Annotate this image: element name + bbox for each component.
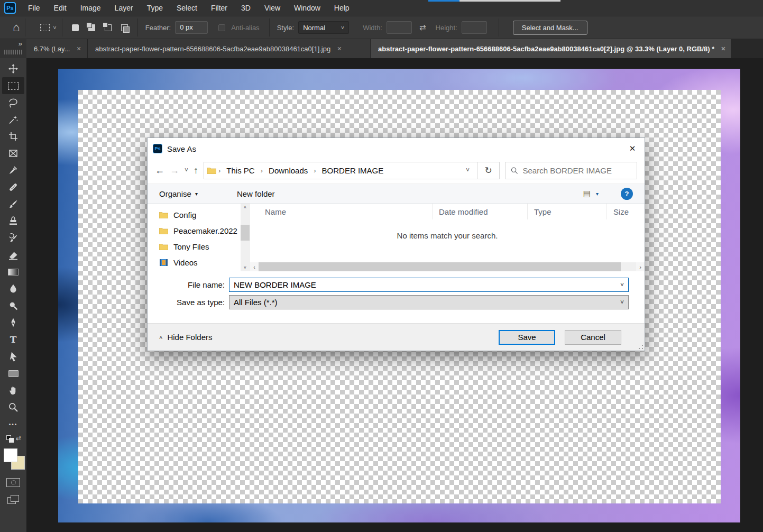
column-type[interactable]: Type bbox=[528, 204, 607, 219]
hand-tool[interactable] bbox=[2, 382, 24, 399]
nav-item-tony-files[interactable]: Tony Files bbox=[159, 239, 241, 254]
recent-locations-icon[interactable]: ˅ bbox=[185, 167, 188, 174]
intersect-selection-icon[interactable] bbox=[121, 24, 128, 31]
menu-layer[interactable]: Layer bbox=[108, 0, 140, 16]
menu-help[interactable]: Help bbox=[327, 0, 356, 16]
scroll-right-icon[interactable]: › bbox=[636, 264, 645, 270]
address-dropdown-icon[interactable]: ˅ bbox=[462, 167, 474, 174]
menu-view[interactable]: View bbox=[258, 0, 287, 16]
new-selection-icon[interactable] bbox=[72, 24, 79, 31]
add-to-selection-icon[interactable] bbox=[88, 24, 95, 31]
close-tab-icon[interactable]: ✕ bbox=[721, 45, 725, 52]
address-bar[interactable]: › This PC › Downloads › BORDER IMAGE ˅ bbox=[204, 162, 477, 179]
menu-edit[interactable]: Edit bbox=[47, 0, 73, 16]
screen-mode-button[interactable] bbox=[2, 491, 24, 508]
save-button[interactable]: Save bbox=[499, 330, 555, 345]
file-list-hscrollbar[interactable]: ‹ › bbox=[250, 262, 645, 271]
brush-tool[interactable] bbox=[2, 196, 24, 213]
eraser-tool[interactable] bbox=[2, 246, 24, 263]
dodge-tool[interactable] bbox=[2, 297, 24, 314]
quick-mask-button[interactable] bbox=[2, 474, 24, 491]
expand-panel-icon[interactable]: » bbox=[19, 40, 22, 48]
resize-grip-icon[interactable] bbox=[639, 345, 643, 349]
help-button[interactable]: ? bbox=[621, 188, 633, 200]
menu-type[interactable]: Type bbox=[140, 0, 170, 16]
up-button[interactable]: ↑ bbox=[194, 165, 198, 176]
close-tab-icon[interactable]: ✕ bbox=[76, 45, 81, 52]
select-and-mask-button[interactable]: Select and Mask... bbox=[513, 21, 587, 35]
blur-tool[interactable] bbox=[2, 280, 24, 297]
document-tab-2[interactable]: abstract-paper-flower-pattern-656688606-… bbox=[88, 39, 371, 58]
file-name-input[interactable] bbox=[229, 280, 620, 289]
antialias-checkbox[interactable] bbox=[218, 24, 225, 31]
edit-toolbar-button[interactable]: ••• bbox=[2, 416, 24, 433]
new-folder-button[interactable]: New folder bbox=[237, 189, 275, 198]
scroll-down-icon[interactable]: ˅ bbox=[244, 264, 246, 271]
gradient-tool[interactable] bbox=[2, 263, 24, 280]
magic-wand-tool[interactable] bbox=[2, 111, 24, 128]
height-input[interactable] bbox=[462, 21, 487, 34]
save-as-type-select[interactable]: All Files (*.*) ˅ bbox=[229, 295, 629, 309]
default-swap-colors[interactable]: ⇄ bbox=[2, 433, 24, 445]
drag-grip-icon[interactable] bbox=[4, 50, 22, 54]
search-box[interactable] bbox=[505, 162, 637, 179]
move-tool[interactable] bbox=[2, 60, 24, 77]
forward-button[interactable]: → bbox=[170, 165, 179, 176]
tool-preset-picker[interactable]: ˅ bbox=[40, 24, 56, 31]
rectangular-marquee-tool[interactable] bbox=[2, 77, 24, 94]
eyedropper-tool[interactable] bbox=[2, 162, 24, 179]
rectangle-shape-tool[interactable] bbox=[2, 365, 24, 382]
nav-item-config[interactable]: Config bbox=[159, 207, 241, 223]
chevron-down-icon[interactable]: ˅ bbox=[620, 281, 628, 289]
document-tab-1[interactable]: 6.7% (Lay... ✕ bbox=[26, 39, 88, 58]
file-name-combo[interactable]: ˅ bbox=[229, 278, 629, 292]
path-selection-tool[interactable] bbox=[2, 348, 24, 365]
chevron-down-icon[interactable]: ˅ bbox=[620, 299, 624, 306]
organise-menu[interactable]: Organise ▾ bbox=[159, 189, 198, 198]
menu-select[interactable]: Select bbox=[170, 0, 204, 16]
spot-healing-brush-tool[interactable] bbox=[2, 179, 24, 196]
feather-input[interactable]: 0 px bbox=[175, 21, 208, 34]
style-select[interactable]: Normal ˅ bbox=[298, 21, 349, 34]
history-brush-tool[interactable] bbox=[2, 230, 24, 246]
scrollbar-thumb[interactable] bbox=[259, 262, 621, 271]
back-button[interactable]: ← bbox=[155, 165, 164, 176]
width-input[interactable] bbox=[387, 21, 412, 34]
foreground-color-swatch[interactable] bbox=[4, 448, 17, 462]
change-view-icon[interactable]: ▤ bbox=[583, 189, 591, 198]
scrollbar-thumb[interactable] bbox=[241, 225, 250, 241]
lasso-tool[interactable] bbox=[2, 94, 24, 111]
nav-pane-scrollbar[interactable]: ˄ ˅ bbox=[241, 204, 250, 271]
menu-image[interactable]: Image bbox=[73, 0, 108, 16]
dialog-close-button[interactable]: ✕ bbox=[620, 138, 645, 159]
menu-window[interactable]: Window bbox=[287, 0, 327, 16]
frame-tool[interactable] bbox=[2, 145, 24, 162]
scroll-left-icon[interactable]: ‹ bbox=[250, 264, 259, 270]
pen-tool[interactable] bbox=[2, 314, 24, 331]
clone-stamp-tool[interactable] bbox=[2, 213, 24, 230]
column-date-modified[interactable]: Date modified bbox=[433, 204, 528, 219]
home-icon[interactable]: ⌂ bbox=[13, 22, 20, 33]
search-input[interactable] bbox=[523, 166, 631, 175]
scroll-up-icon[interactable]: ˄ bbox=[244, 204, 246, 211]
menu-filter[interactable]: Filter bbox=[204, 0, 234, 16]
subtract-selection-icon[interactable] bbox=[105, 24, 112, 31]
nav-item-peacemaker[interactable]: Peacemaker.2022 bbox=[159, 223, 241, 239]
breadcrumb-this-pc[interactable]: This PC bbox=[223, 166, 258, 175]
document-tab-3-active[interactable]: abstract-paper-flower-pattern-656688606-… bbox=[371, 39, 731, 58]
refresh-button[interactable]: ↻ bbox=[477, 162, 500, 179]
breadcrumb-downloads[interactable]: Downloads bbox=[265, 166, 311, 175]
menu-3d[interactable]: 3D bbox=[234, 0, 258, 16]
close-tab-icon[interactable]: ✕ bbox=[337, 45, 342, 52]
column-name[interactable]: Name bbox=[250, 204, 433, 219]
view-dropdown-icon[interactable]: ▾ bbox=[596, 191, 599, 197]
nav-item-videos[interactable]: Videos bbox=[159, 254, 241, 270]
swap-dimensions-icon[interactable]: ⇄ bbox=[419, 23, 426, 32]
type-tool[interactable]: T bbox=[2, 331, 24, 348]
hide-folders-button[interactable]: ˄ Hide Folders bbox=[159, 333, 212, 342]
breadcrumb-border-image[interactable]: BORDER IMAGE bbox=[318, 166, 388, 175]
cancel-button[interactable]: Cancel bbox=[565, 330, 621, 345]
crop-tool[interactable] bbox=[2, 128, 24, 145]
column-size[interactable]: Size bbox=[607, 204, 644, 219]
menu-file[interactable]: File bbox=[21, 0, 47, 16]
